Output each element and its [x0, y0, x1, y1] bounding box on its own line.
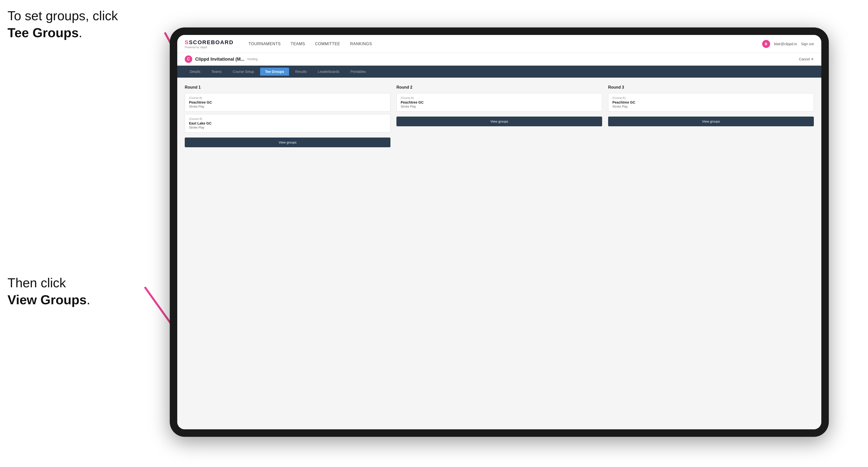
round-1-course-b-card: (Course B) East Lake GC Stroke Play [185, 114, 391, 132]
hosting-badge: Hosting [247, 57, 258, 61]
main-content: Round 1 (Course A) Peachtree GC Stroke P… [177, 77, 821, 429]
sign-out-link[interactable]: Sign out [801, 42, 814, 46]
round-1-course-b-format: Stroke Play [189, 126, 386, 129]
tab-teams[interactable]: Teams [207, 68, 227, 75]
logo: SSCOREBOARD [185, 39, 234, 46]
user-avatar: B [762, 40, 770, 48]
nav-rankings[interactable]: RANKINGS [350, 42, 372, 46]
instruction-view-groups: View Groups [7, 292, 87, 307]
instruction-bottom: Then click View Groups. [7, 275, 90, 308]
top-nav: SSCOREBOARD Powered by clippit TOURNAMEN… [177, 35, 821, 53]
round-1-course-b-label: (Course B) [189, 117, 386, 120]
tablet-screen: SSCOREBOARD Powered by clippit TOURNAMEN… [177, 35, 821, 429]
rounds-container: Round 1 (Course A) Peachtree GC Stroke P… [185, 85, 814, 147]
round-3-column: Round 3 (Course A) Peachtree GC Stroke P… [608, 85, 814, 147]
instruction-bottom-line1: Then click [7, 275, 90, 291]
tournament-icon: C [185, 55, 192, 63]
tab-printables[interactable]: Printables [345, 68, 371, 75]
round-1-course-a-format: Stroke Play [189, 105, 386, 108]
tournament-name: Clippd Invitational (M... [195, 57, 244, 62]
round-3-course-a-format: Stroke Play [612, 105, 810, 108]
round-3-course-a-name: Peachtree GC [612, 100, 810, 104]
round-3-view-groups-button[interactable]: View groups [608, 117, 814, 126]
round-1-view-groups-button[interactable]: View groups [185, 137, 391, 147]
instruction-top-line1: To set groups, click [7, 7, 118, 25]
logo-sub: Powered by clippit [185, 46, 234, 49]
nav-links: TOURNAMENTS TEAMS COMMITTEE RANKINGS [249, 42, 752, 46]
round-1-course-b-name: East Lake GC [189, 121, 386, 125]
cancel-button[interactable]: Cancel ✕ [799, 57, 814, 61]
round-1-title: Round 1 [185, 85, 391, 90]
tablet: SSCOREBOARD Powered by clippit TOURNAMEN… [170, 27, 829, 437]
tab-tee-groups[interactable]: Tee Groups [260, 68, 289, 75]
round-2-course-a-format: Stroke Play [401, 105, 598, 108]
tournament-title-row: C Clippd Invitational (M... Hosting [185, 55, 258, 63]
logo-area: SSCOREBOARD Powered by clippit [185, 39, 234, 49]
round-2-view-groups-button[interactable]: View groups [396, 117, 602, 126]
round-2-column: Round 2 (Course A) Peachtree GC Stroke P… [396, 85, 602, 147]
user-email: blair@clippd.io [774, 42, 797, 46]
nav-teams[interactable]: TEAMS [290, 42, 305, 46]
tab-course-setup[interactable]: Course Setup [228, 68, 259, 75]
round-1-course-a-label: (Course A) [189, 96, 386, 99]
round-2-title: Round 2 [396, 85, 602, 90]
tab-results[interactable]: Results [290, 68, 312, 75]
round-2-course-a-card: (Course A) Peachtree GC Stroke Play [396, 93, 602, 112]
tournament-header: C Clippd Invitational (M... Hosting Canc… [177, 53, 821, 66]
instruction-bottom-line2: View Groups. [7, 291, 90, 309]
round-3-title: Round 3 [608, 85, 814, 90]
nav-tournaments[interactable]: TOURNAMENTS [249, 42, 281, 46]
round-1-course-a-name: Peachtree GC [189, 100, 386, 104]
tab-details[interactable]: Details [185, 68, 206, 75]
tab-leaderboards[interactable]: Leaderboards [313, 68, 344, 75]
nav-committee[interactable]: COMMITTEE [315, 42, 340, 46]
round-3-course-a-card: (Course A) Peachtree GC Stroke Play [608, 93, 814, 112]
round-1-course-a-card: (Course A) Peachtree GC Stroke Play [185, 93, 391, 112]
round-3-course-a-label: (Course A) [612, 96, 810, 99]
tab-bar: Details Teams Course Setup Tee Groups Re… [177, 66, 821, 77]
instruction-tee-groups: Tee Groups [7, 26, 79, 40]
round-2-course-a-name: Peachtree GC [401, 100, 598, 104]
round-2-course-a-label: (Course A) [401, 96, 598, 99]
nav-right: B blair@clippd.io Sign out [762, 40, 814, 48]
round-1-column: Round 1 (Course A) Peachtree GC Stroke P… [185, 85, 391, 147]
